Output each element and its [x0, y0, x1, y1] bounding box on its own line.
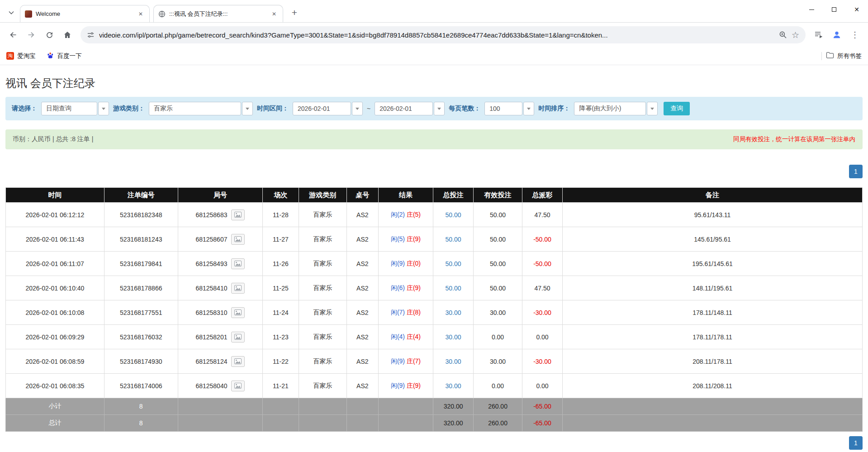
cell-result: 闲(4) 庄(4) [378, 325, 433, 349]
baidu-icon [47, 52, 54, 61]
col-header-total-bet: 总投注 [433, 188, 474, 203]
cell-round: 681258310 [178, 300, 263, 325]
subtotal-row: 小计 8 320.00 260.00 -65.00 [6, 398, 863, 415]
query-type-select[interactable]: 日期查询 [41, 102, 109, 115]
zoom-icon[interactable] [779, 31, 787, 39]
total-bet-link[interactable]: 50.00 [446, 260, 461, 267]
cell-bet-id: 523168177551 [104, 300, 178, 325]
bookmark-aitaobao[interactable]: 淘 爱淘宝 [6, 52, 36, 60]
chevron-down-icon[interactable] [98, 102, 109, 115]
col-header-round: 局号 [178, 188, 263, 203]
back-button[interactable] [5, 26, 22, 43]
chevron-down-icon[interactable] [352, 102, 363, 115]
roadmap-button[interactable] [231, 283, 245, 294]
total-bet-link[interactable]: 30.00 [446, 333, 461, 341]
media-controls-icon [814, 31, 823, 39]
total-bet-link[interactable]: 30.00 [446, 309, 461, 316]
roadmap-button[interactable] [231, 209, 245, 220]
total-bet-link[interactable]: 30.00 [446, 358, 461, 365]
round-id: 681258607 [195, 236, 227, 243]
bookmark-star-icon[interactable]: ☆ [792, 31, 799, 39]
subtotal-valid-bet: 260.00 [474, 398, 522, 415]
summary-notice: 同局有效投注，统一计算在该局第一张注单内 [733, 135, 855, 143]
pagination-page-1[interactable]: 1 [849, 436, 863, 450]
total-bet-link[interactable]: 50.00 [446, 285, 461, 292]
date-from-select[interactable]: 2026-02-01 [293, 102, 363, 115]
all-bookmarks-button[interactable]: 所有书签 [826, 52, 862, 60]
cell-payout: 47.50 [522, 276, 563, 300]
date-to-select[interactable]: 2026-02-01 [375, 102, 445, 115]
tab-search-button[interactable] [5, 6, 18, 19]
subtotal-count: 8 [104, 398, 178, 415]
refresh-button[interactable] [41, 26, 58, 43]
image-icon [234, 212, 242, 218]
table-row: 2026-02-01 06:10:08523168177551681258310… [6, 300, 863, 325]
per-page-select[interactable]: 100 [484, 102, 534, 115]
site-info-icon[interactable] [87, 31, 95, 39]
payout-value: -30.00 [533, 309, 551, 316]
filter-label-select: 请选择： [12, 105, 37, 113]
maximize-button[interactable] [823, 0, 845, 19]
cell-game-type: 百家乐 [299, 252, 346, 276]
tab-close-icon[interactable]: ✕ [270, 10, 278, 18]
summary-bar: 币别：人民币 | 总共 :8 注单 | 同局有效投注，统一计算在该局第一张注单内 [5, 129, 863, 149]
url-bar[interactable]: videoie.com/ipl/portal.php/game/betrecor… [81, 26, 806, 43]
welcome-favicon [25, 10, 32, 18]
total-bet-link[interactable]: 50.00 [446, 236, 461, 243]
cell-result: 闲(2) 庄(5) [378, 203, 433, 227]
total-bet-link[interactable]: 30.00 [446, 382, 461, 390]
cell-note: 148.11/195.61 [563, 276, 863, 300]
roadmap-button[interactable] [231, 258, 245, 269]
cell-session: 11-25 [263, 276, 299, 300]
profile-button[interactable] [828, 26, 845, 43]
chevron-down-icon[interactable] [242, 102, 253, 115]
cell-result: 闲(9) 庄(0) [378, 252, 433, 276]
col-header-valid-bet: 有效投注 [474, 188, 522, 203]
roadmap-button[interactable] [231, 356, 245, 367]
date-from-value: 2026-02-01 [293, 102, 351, 115]
result-banker: 庄(5) [407, 211, 421, 218]
result-banker: 庄(9) [407, 235, 421, 243]
chevron-down-icon[interactable] [647, 102, 658, 115]
payout-value: -50.00 [533, 236, 551, 243]
query-type-value: 日期查询 [41, 102, 97, 115]
roadmap-button[interactable] [231, 332, 245, 343]
tab-close-icon[interactable]: ✕ [137, 10, 145, 18]
cell-payout: -30.00 [522, 300, 563, 325]
chevron-down-icon[interactable] [434, 102, 445, 115]
total-bet-link[interactable]: 50.00 [446, 211, 461, 219]
cell-total-bet: 30.00 [433, 300, 474, 325]
bookmark-baidu[interactable]: 百度一下 [47, 52, 82, 61]
tab-betrecord[interactable]: :::视讯 会员下注纪录::: ✕ [153, 5, 283, 22]
media-controls-button[interactable] [810, 26, 827, 43]
forward-button[interactable] [23, 26, 40, 43]
subtotal-total-bet: 320.00 [433, 398, 474, 415]
cell-session: 11-21 [263, 374, 299, 398]
roadmap-button[interactable] [231, 307, 245, 318]
image-icon [234, 358, 242, 364]
window-controls: ✕ [800, 0, 868, 19]
new-tab-button[interactable]: + [288, 6, 301, 19]
pagination-page-1[interactable]: 1 [849, 165, 863, 178]
sort-order-select[interactable]: 降幂(由大到小) [574, 102, 658, 115]
menu-icon[interactable]: ⋮ [846, 26, 863, 43]
cell-time: 2026-02-01 06:09:29 [6, 325, 104, 349]
close-button[interactable]: ✕ [845, 0, 868, 19]
roadmap-button[interactable] [231, 381, 245, 391]
roadmap-button[interactable] [231, 234, 245, 245]
tab-title: Welcome [36, 10, 133, 17]
search-button[interactable]: 查询 [664, 102, 690, 115]
home-button[interactable] [59, 26, 76, 43]
game-type-select[interactable]: 百家乐 [149, 102, 253, 115]
tab-title: :::视讯 会员下注纪录::: [169, 10, 266, 18]
tab-welcome[interactable]: Welcome ✕ [20, 5, 150, 22]
chevron-down-icon[interactable] [523, 102, 534, 115]
cell-payout: 47.50 [522, 203, 563, 227]
cell-game-type: 百家乐 [299, 227, 346, 252]
cell-total-bet: 30.00 [433, 349, 474, 374]
minimize-button[interactable] [800, 0, 823, 19]
cell-result: 闲(9) 庄(7) [378, 349, 433, 374]
total-payout: -65.00 [522, 415, 563, 432]
cell-valid-bet: 30.00 [474, 300, 522, 325]
cell-valid-bet: 0.00 [474, 374, 522, 398]
